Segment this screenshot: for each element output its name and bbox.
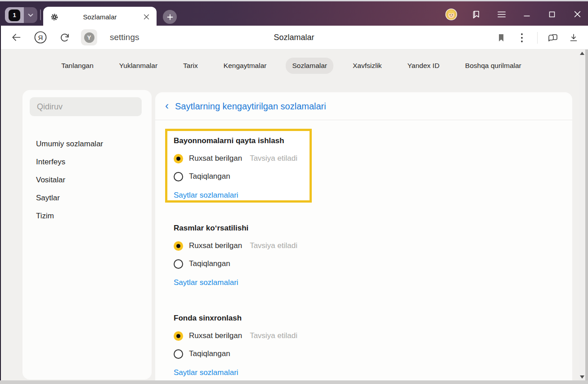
window-border-left	[0, 26, 1, 380]
radio-option-blocked[interactable]: Taqiqlangan	[174, 258, 297, 270]
user-avatar[interactable]	[444, 7, 458, 22]
setting-group: Fonda sinxronlash Ruxsat berilgan Tavsiy…	[174, 314, 297, 377]
back-to-sites-heading[interactable]: ‹ Saytlarning kengaytirilgan sozlamalari	[155, 92, 572, 120]
chevron-left-icon: ‹	[165, 101, 169, 110]
minimize-button[interactable]	[520, 7, 534, 22]
protect-letter: Y	[84, 32, 94, 43]
tab-title: Sozlamalar	[58, 13, 141, 21]
site-settings-link[interactable]: Saytlar sozlamalari	[174, 278, 238, 287]
settings-sidebar: Umumiy sozlamalar Interfeys Vositalar Sa…	[22, 90, 152, 379]
nav-tab-tarix[interactable]: Tarix	[177, 58, 204, 74]
bookmarks-flag-icon[interactable]	[469, 7, 484, 22]
scroll-up-arrow[interactable]	[580, 52, 584, 55]
yandex-home-icon[interactable]: Я	[32, 29, 49, 45]
radio-label: Taqiqlangan	[189, 259, 230, 268]
scroll-down-arrow[interactable]	[580, 375, 584, 379]
radio-note: Tavsiya etiladi	[250, 331, 297, 340]
window-border-bottom	[0, 380, 588, 384]
settings-nav: Tanlangan Yuklanmalar Tarix Kengaytmalar…	[0, 50, 583, 82]
back-arrow-icon[interactable]	[8, 29, 24, 45]
tab-count-badge: 1	[9, 9, 20, 21]
tab-close-icon[interactable]	[141, 12, 151, 22]
radio-label: Taqiqlangan	[189, 349, 230, 358]
site-settings-link[interactable]: Saytlar sozlamalari	[174, 191, 238, 200]
bookmark-icon[interactable]	[493, 30, 509, 46]
nav-tab-boshqa-qurilmalar[interactable]: Boshqa qurilmalar	[459, 58, 528, 74]
setting-group-title: Rasmlar koʻrsatilishi	[174, 224, 297, 233]
nav-tab-sozlamalar[interactable]: Sozlamalar	[286, 58, 333, 74]
nav-tab-tanlangan[interactable]: Tanlangan	[55, 58, 100, 74]
window-border-right	[585, 50, 588, 380]
chevron-down-icon[interactable]	[24, 14, 37, 17]
side-panels-icon[interactable]	[545, 30, 561, 46]
setting-group: Rasmlar koʻrsatilishi Ruxsat berilgan Ta…	[174, 224, 297, 287]
setting-group-title: Fonda sinxronlash	[174, 314, 297, 323]
browser-window: 1 Sozlamalar	[0, 0, 588, 384]
highlight-box: Bayonnomalarni qayta ishlash Ruxsat beri…	[165, 129, 312, 203]
tab-group-button[interactable]: 1	[5, 7, 37, 23]
search-input[interactable]	[30, 97, 142, 116]
nav-tab-xavfsizlik[interactable]: Xavfsizlik	[346, 58, 388, 74]
gear-icon	[50, 13, 58, 21]
radio-option-blocked[interactable]: Taqiqlangan	[174, 348, 297, 360]
radio-option-blocked[interactable]: Taqiqlangan	[174, 170, 303, 183]
divider	[40, 9, 41, 20]
url-text[interactable]: settings	[110, 32, 139, 42]
kebab-menu-icon[interactable]	[514, 30, 530, 46]
setting-group-title: Bayonnomalarni qayta ishlash	[174, 136, 303, 145]
maximize-button[interactable]	[545, 7, 559, 22]
radio-note: Tavsiya etiladi	[250, 154, 297, 163]
radio-selected-icon[interactable]	[174, 241, 183, 251]
site-settings-link[interactable]: Saytlar sozlamalari	[174, 368, 238, 377]
divider	[537, 32, 538, 44]
new-tab-button[interactable]	[163, 10, 177, 24]
download-icon[interactable]	[566, 30, 582, 46]
sidebar-item-umumiy-sozlamalar[interactable]: Umumiy sozlamalar	[22, 135, 152, 153]
sidebar-item-saytlar[interactable]: Saytlar	[22, 189, 152, 207]
yandex-letter: Я	[38, 34, 43, 41]
tab-counter: 1	[5, 7, 24, 23]
sidebar-item-tizim[interactable]: Tizim	[22, 207, 152, 225]
radio-selected-icon[interactable]	[174, 331, 183, 341]
radio-selected-icon[interactable]	[174, 154, 183, 163]
nav-tab-yuklanmalar[interactable]: Yuklanmalar	[113, 58, 164, 74]
scrollbar[interactable]	[579, 50, 585, 380]
radio-option-allowed[interactable]: Ruxsat berilgan Tavsiya etiladi	[174, 239, 297, 252]
radio-option-allowed[interactable]: Ruxsat berilgan Tavsiya etiladi	[174, 152, 303, 165]
tab-strip: 1 Sozlamalar	[0, 0, 588, 26]
radio-note: Tavsiya etiladi	[250, 241, 297, 250]
radio-option-allowed[interactable]: Ruxsat berilgan Tavsiya etiladi	[174, 330, 297, 342]
nav-tab-kengaytmalar[interactable]: Kengaytmalar	[217, 58, 273, 74]
radio-label: Ruxsat berilgan	[189, 241, 242, 250]
section-heading: Saytlarning kengaytirilgan sozlamalari	[175, 101, 326, 112]
radio-label: Ruxsat berilgan	[189, 331, 242, 340]
refresh-icon[interactable]	[57, 29, 73, 45]
settings-main-panel: ‹ Saytlarning kengaytirilgan sozlamalari…	[155, 92, 572, 380]
hamburger-menu-icon[interactable]	[494, 7, 509, 22]
radio-unselected-icon[interactable]	[174, 259, 183, 269]
protect-badge[interactable]: Y	[81, 29, 97, 45]
radio-label: Taqiqlangan	[189, 172, 230, 181]
radio-label: Ruxsat berilgan	[189, 154, 242, 163]
nav-tab-yandex-id[interactable]: Yandex ID	[401, 58, 446, 74]
tab-sozlamalar[interactable]: Sozlamalar	[43, 7, 157, 27]
sidebar-item-vositalar[interactable]: Vositalar	[22, 171, 152, 189]
close-button[interactable]	[570, 7, 584, 22]
radio-unselected-icon[interactable]	[174, 172, 183, 181]
sidebar-item-interfeys[interactable]: Interfeys	[22, 153, 152, 171]
divider	[155, 120, 572, 120]
address-toolbar: Я Y settings Sozlamalar	[0, 26, 588, 50]
radio-unselected-icon[interactable]	[174, 349, 183, 359]
